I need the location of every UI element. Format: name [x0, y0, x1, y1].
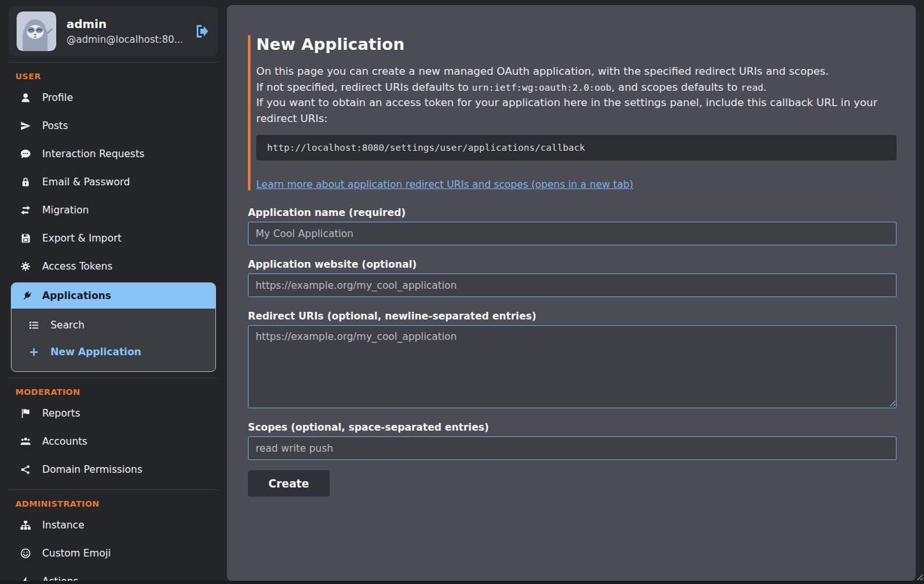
section-title-moderation: MODERATION: [15, 387, 227, 397]
intro-text: On this page you can create a new manage…: [256, 64, 897, 127]
lock-icon: [19, 176, 31, 188]
sidebar-item-label: Domain Permissions: [42, 463, 142, 477]
user-meta: admin @admin@localhost:80...: [66, 17, 182, 45]
users-icon: [19, 436, 31, 448]
applications-submenu: Search New Application: [12, 309, 215, 371]
redirect-uris-textarea-wrap: [248, 325, 897, 408]
application-name-label: Application name (required): [248, 207, 897, 219]
intro-line-2-post: .: [763, 81, 766, 93]
sidebar-item-export-import[interactable]: Export & Import: [0, 224, 227, 252]
sidebar-item-label: Search: [50, 318, 84, 332]
sidebar: admin @admin@localhost:80... USER Profil…: [0, 0, 227, 584]
sidebar-item-accounts[interactable]: Accounts: [0, 427, 227, 456]
share-nodes-icon: [19, 464, 31, 476]
sign-out-icon[interactable]: [192, 23, 209, 40]
user-icon: [19, 92, 31, 104]
sidebar-item-access-tokens[interactable]: Access Tokens: [0, 252, 227, 280]
sidebar-item-label: Reports: [42, 406, 80, 420]
application-website-label: Application website (optional): [248, 259, 897, 270]
scopes-label: Scopes (optional, space-separated entrie…: [248, 422, 897, 433]
sidebar-item-label: New Application: [50, 345, 141, 359]
sidebar-item-label: Posts: [42, 119, 68, 133]
user-handle: @admin@localhost:80...: [66, 34, 182, 45]
divider: [9, 62, 218, 63]
sitemap-icon: [19, 519, 31, 532]
section-title-user: USER: [15, 72, 227, 81]
section-title-administration: ADMINISTRATION: [15, 499, 227, 509]
create-button[interactable]: Create: [248, 470, 330, 496]
intro-line-1: On this page you can create a new manage…: [256, 65, 829, 77]
arrows-left-right-icon: [19, 204, 31, 217]
learn-more-link[interactable]: Learn more about application redirect UR…: [256, 179, 633, 190]
scopes-input[interactable]: [248, 436, 897, 460]
floppy-disk-icon: [19, 233, 31, 245]
sidebar-item-instance[interactable]: Instance: [0, 511, 227, 539]
intro-line-2-mid: , and scopes defaults to: [612, 81, 741, 93]
flag-icon: [19, 408, 31, 420]
list-icon: [27, 319, 40, 332]
sloth-avatar: [17, 12, 56, 51]
plug-icon: [20, 290, 33, 302]
sidebar-item-custom-emoji[interactable]: Custom Emoji: [0, 539, 227, 567]
redirect-uris-textarea[interactable]: [248, 325, 897, 408]
sidebar-item-label: Instance: [42, 518, 84, 532]
sidebar-item-posts[interactable]: Posts: [0, 112, 227, 140]
sidebar-item-profile[interactable]: Profile: [0, 84, 227, 112]
sidebar-item-label: Access Tokens: [42, 259, 112, 273]
application-website-input[interactable]: [248, 273, 897, 297]
sidebar-item-label: Applications: [42, 289, 111, 303]
divider: [9, 378, 218, 378]
smile-icon: [19, 548, 31, 560]
user-name: admin: [66, 17, 182, 31]
inline-code-oob: urn:ietf:wg:oauth:2.0:oob: [472, 82, 612, 93]
sidebar-item-applications-search[interactable]: Search: [12, 312, 215, 339]
callback-url-code-block: http://localhost:8080/settings/user/appl…: [256, 135, 897, 160]
settings-app: admin @admin@localhost:80... USER Profil…: [0, 0, 924, 584]
plus-icon: [27, 346, 40, 358]
sidebar-item-label: Migration: [42, 203, 89, 217]
sidebar-item-reports[interactable]: Reports: [0, 399, 227, 427]
divider: [9, 489, 218, 490]
intro-line-2-pre: If not specified, redirect URIs defaults…: [256, 81, 472, 93]
sidebar-item-label: Accounts: [42, 434, 88, 449]
sidebar-item-interaction-requests[interactable]: Interaction Requests: [0, 140, 227, 168]
applications-block: Applications Search New Application: [11, 282, 216, 372]
application-name-input[interactable]: [248, 222, 897, 245]
sidebar-item-label: Interaction Requests: [42, 147, 144, 161]
sidebar-item-domain-permissions[interactable]: Domain Permissions: [0, 456, 227, 484]
gear-icon: [19, 261, 31, 273]
sidebar-item-label: Export & Import: [42, 231, 121, 245]
sidebar-item-applications[interactable]: Applications: [12, 283, 215, 309]
sidebar-item-label: Email & Password: [42, 175, 130, 189]
user-card: admin @admin@localhost:80...: [9, 6, 218, 56]
page-title: New Application: [256, 35, 897, 54]
sidebar-item-new-application[interactable]: New Application: [12, 339, 215, 365]
comment-dots-icon: [19, 148, 31, 160]
paper-plane-icon: [19, 120, 31, 132]
main-panel: New Application On this page you can cre…: [227, 5, 916, 581]
inline-code-read: read: [741, 82, 764, 93]
sidebar-item-label: Profile: [42, 91, 73, 105]
sidebar-item-label: Custom Emoji: [42, 546, 111, 560]
intro-line-3: If you want to obtain an access token fo…: [256, 96, 877, 125]
sidebar-item-migration[interactable]: Migration: [0, 196, 227, 224]
horizontal-scrollbar-track[interactable]: [0, 581, 924, 584]
docs-section: New Application On this page you can cre…: [248, 35, 897, 190]
new-application-form: Application name (required) Application …: [248, 207, 897, 496]
sidebar-item-email-password[interactable]: Email & Password: [0, 168, 227, 196]
redirect-uris-label: Redirect URIs (optional, newline-separat…: [248, 311, 897, 322]
